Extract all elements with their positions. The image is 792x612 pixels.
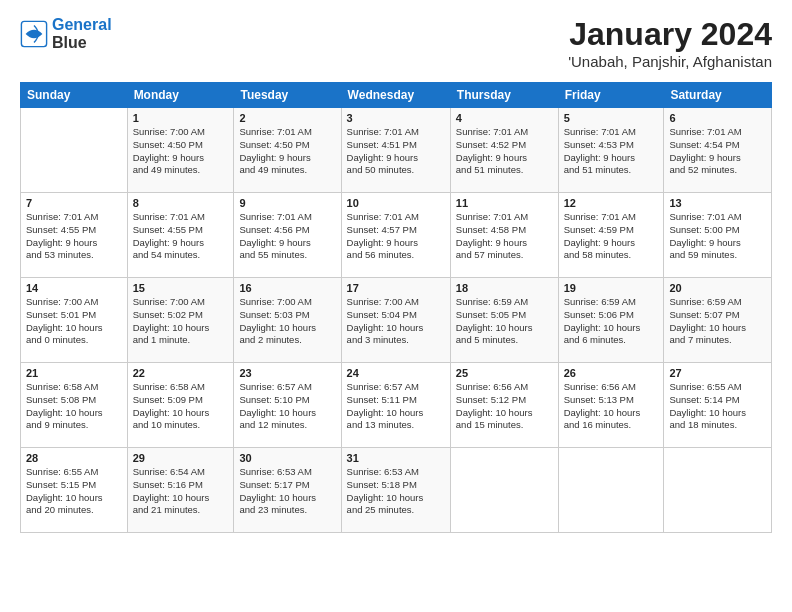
day-info: Sunrise: 7:01 AMSunset: 4:51 PMDaylight:… — [347, 126, 445, 177]
day-cell: 3Sunrise: 7:01 AMSunset: 4:51 PMDaylight… — [341, 108, 450, 193]
day-number: 3 — [347, 112, 445, 124]
col-friday: Friday — [558, 83, 664, 108]
day-info: Sunrise: 6:55 AMSunset: 5:14 PMDaylight:… — [669, 381, 766, 432]
day-cell: 1Sunrise: 7:00 AMSunset: 4:50 PMDaylight… — [127, 108, 234, 193]
logo-line1: General — [52, 16, 112, 33]
day-number: 21 — [26, 367, 122, 379]
day-info: Sunrise: 6:58 AMSunset: 5:08 PMDaylight:… — [26, 381, 122, 432]
day-number: 12 — [564, 197, 659, 209]
calendar-table: Sunday Monday Tuesday Wednesday Thursday… — [20, 82, 772, 533]
day-info: Sunrise: 7:00 AMSunset: 5:03 PMDaylight:… — [239, 296, 335, 347]
day-cell: 2Sunrise: 7:01 AMSunset: 4:50 PMDaylight… — [234, 108, 341, 193]
day-number: 2 — [239, 112, 335, 124]
day-info: Sunrise: 7:00 AMSunset: 4:50 PMDaylight:… — [133, 126, 229, 177]
day-number: 14 — [26, 282, 122, 294]
day-cell — [450, 448, 558, 533]
day-number: 16 — [239, 282, 335, 294]
day-info: Sunrise: 7:00 AMSunset: 5:01 PMDaylight:… — [26, 296, 122, 347]
day-cell — [558, 448, 664, 533]
day-cell: 7Sunrise: 7:01 AMSunset: 4:55 PMDaylight… — [21, 193, 128, 278]
col-monday: Monday — [127, 83, 234, 108]
day-info: Sunrise: 6:58 AMSunset: 5:09 PMDaylight:… — [133, 381, 229, 432]
day-info: Sunrise: 6:56 AMSunset: 5:13 PMDaylight:… — [564, 381, 659, 432]
calendar-body: 1Sunrise: 7:00 AMSunset: 4:50 PMDaylight… — [21, 108, 772, 533]
day-info: Sunrise: 7:01 AMSunset: 4:58 PMDaylight:… — [456, 211, 553, 262]
day-number: 11 — [456, 197, 553, 209]
day-info: Sunrise: 7:01 AMSunset: 4:55 PMDaylight:… — [133, 211, 229, 262]
day-info: Sunrise: 7:01 AMSunset: 4:54 PMDaylight:… — [669, 126, 766, 177]
day-info: Sunrise: 7:01 AMSunset: 4:53 PMDaylight:… — [564, 126, 659, 177]
day-cell: 13Sunrise: 7:01 AMSunset: 5:00 PMDayligh… — [664, 193, 772, 278]
day-cell: 29Sunrise: 6:54 AMSunset: 5:16 PMDayligh… — [127, 448, 234, 533]
day-cell: 5Sunrise: 7:01 AMSunset: 4:53 PMDaylight… — [558, 108, 664, 193]
col-wednesday: Wednesday — [341, 83, 450, 108]
day-cell: 31Sunrise: 6:53 AMSunset: 5:18 PMDayligh… — [341, 448, 450, 533]
day-cell: 6Sunrise: 7:01 AMSunset: 4:54 PMDaylight… — [664, 108, 772, 193]
day-cell — [664, 448, 772, 533]
page: General Blue January 2024 'Unabah, Panjs… — [0, 0, 792, 543]
day-cell: 8Sunrise: 7:01 AMSunset: 4:55 PMDaylight… — [127, 193, 234, 278]
day-cell: 18Sunrise: 6:59 AMSunset: 5:05 PMDayligh… — [450, 278, 558, 363]
day-number: 18 — [456, 282, 553, 294]
day-info: Sunrise: 6:59 AMSunset: 5:05 PMDaylight:… — [456, 296, 553, 347]
day-info: Sunrise: 6:59 AMSunset: 5:06 PMDaylight:… — [564, 296, 659, 347]
day-number: 27 — [669, 367, 766, 379]
day-number: 23 — [239, 367, 335, 379]
day-cell: 11Sunrise: 7:01 AMSunset: 4:58 PMDayligh… — [450, 193, 558, 278]
day-number: 4 — [456, 112, 553, 124]
day-cell: 20Sunrise: 6:59 AMSunset: 5:07 PMDayligh… — [664, 278, 772, 363]
logo: General Blue — [20, 16, 112, 51]
day-cell: 25Sunrise: 6:56 AMSunset: 5:12 PMDayligh… — [450, 363, 558, 448]
day-cell: 26Sunrise: 6:56 AMSunset: 5:13 PMDayligh… — [558, 363, 664, 448]
day-info: Sunrise: 6:59 AMSunset: 5:07 PMDaylight:… — [669, 296, 766, 347]
day-cell: 12Sunrise: 7:01 AMSunset: 4:59 PMDayligh… — [558, 193, 664, 278]
day-cell: 10Sunrise: 7:01 AMSunset: 4:57 PMDayligh… — [341, 193, 450, 278]
header-row: Sunday Monday Tuesday Wednesday Thursday… — [21, 83, 772, 108]
day-number: 15 — [133, 282, 229, 294]
week-row-3: 21Sunrise: 6:58 AMSunset: 5:08 PMDayligh… — [21, 363, 772, 448]
day-info: Sunrise: 7:00 AMSunset: 5:02 PMDaylight:… — [133, 296, 229, 347]
day-number: 24 — [347, 367, 445, 379]
day-cell: 23Sunrise: 6:57 AMSunset: 5:10 PMDayligh… — [234, 363, 341, 448]
day-info: Sunrise: 7:01 AMSunset: 4:50 PMDaylight:… — [239, 126, 335, 177]
day-info: Sunrise: 7:00 AMSunset: 5:04 PMDaylight:… — [347, 296, 445, 347]
col-thursday: Thursday — [450, 83, 558, 108]
day-number: 13 — [669, 197, 766, 209]
day-cell: 27Sunrise: 6:55 AMSunset: 5:14 PMDayligh… — [664, 363, 772, 448]
day-info: Sunrise: 7:01 AMSunset: 4:52 PMDaylight:… — [456, 126, 553, 177]
day-cell: 14Sunrise: 7:00 AMSunset: 5:01 PMDayligh… — [21, 278, 128, 363]
day-info: Sunrise: 6:55 AMSunset: 5:15 PMDaylight:… — [26, 466, 122, 517]
day-info: Sunrise: 6:53 AMSunset: 5:17 PMDaylight:… — [239, 466, 335, 517]
day-number: 1 — [133, 112, 229, 124]
logo-text: General Blue — [52, 16, 112, 51]
day-info: Sunrise: 6:57 AMSunset: 5:10 PMDaylight:… — [239, 381, 335, 432]
day-info: Sunrise: 6:56 AMSunset: 5:12 PMDaylight:… — [456, 381, 553, 432]
day-cell: 4Sunrise: 7:01 AMSunset: 4:52 PMDaylight… — [450, 108, 558, 193]
day-number: 25 — [456, 367, 553, 379]
day-number: 30 — [239, 452, 335, 464]
day-number: 9 — [239, 197, 335, 209]
header: General Blue January 2024 'Unabah, Panjs… — [20, 16, 772, 70]
day-cell: 19Sunrise: 6:59 AMSunset: 5:06 PMDayligh… — [558, 278, 664, 363]
day-cell: 22Sunrise: 6:58 AMSunset: 5:09 PMDayligh… — [127, 363, 234, 448]
title-block: January 2024 'Unabah, Panjshir, Afghanis… — [568, 16, 772, 70]
day-cell: 16Sunrise: 7:00 AMSunset: 5:03 PMDayligh… — [234, 278, 341, 363]
day-cell — [21, 108, 128, 193]
logo-icon — [20, 20, 48, 48]
col-tuesday: Tuesday — [234, 83, 341, 108]
day-number: 7 — [26, 197, 122, 209]
month-title: January 2024 — [568, 16, 772, 53]
location: 'Unabah, Panjshir, Afghanistan — [568, 53, 772, 70]
week-row-0: 1Sunrise: 7:00 AMSunset: 4:50 PMDaylight… — [21, 108, 772, 193]
logo-line2: Blue — [52, 34, 112, 52]
day-cell: 21Sunrise: 6:58 AMSunset: 5:08 PMDayligh… — [21, 363, 128, 448]
day-number: 5 — [564, 112, 659, 124]
day-info: Sunrise: 7:01 AMSunset: 5:00 PMDaylight:… — [669, 211, 766, 262]
day-number: 8 — [133, 197, 229, 209]
day-cell: 17Sunrise: 7:00 AMSunset: 5:04 PMDayligh… — [341, 278, 450, 363]
week-row-1: 7Sunrise: 7:01 AMSunset: 4:55 PMDaylight… — [21, 193, 772, 278]
day-number: 28 — [26, 452, 122, 464]
day-info: Sunrise: 7:01 AMSunset: 4:56 PMDaylight:… — [239, 211, 335, 262]
day-number: 17 — [347, 282, 445, 294]
day-number: 10 — [347, 197, 445, 209]
